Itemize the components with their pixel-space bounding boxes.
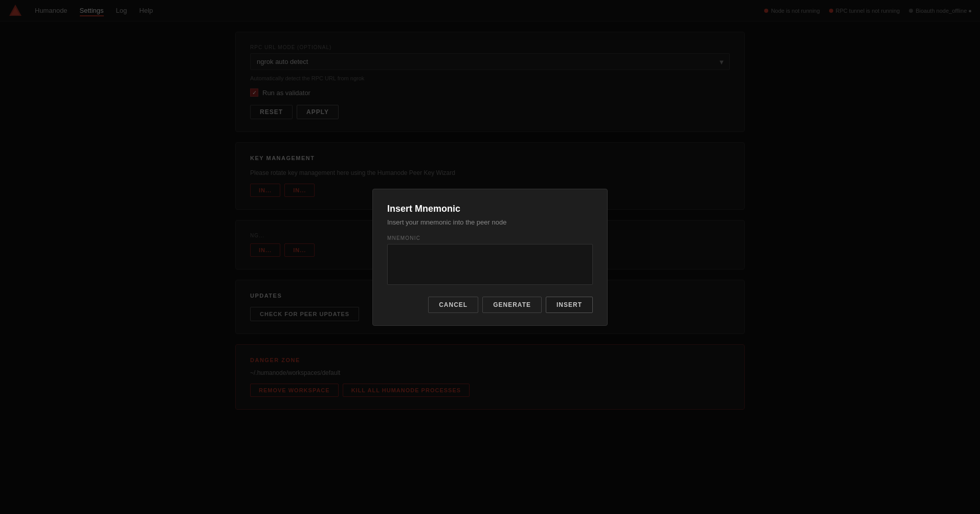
modal-insert-button[interactable]: INSERT [546,297,593,313]
modal-generate-button[interactable]: GENERATE [482,297,542,313]
modal-overlay: Insert Mnemonic Insert your mnemonic int… [0,0,980,514]
modal-title: Insert Mnemonic [387,204,593,214]
modal-actions: CANCEL GENERATE INSERT [387,297,593,313]
mnemonic-input[interactable] [387,244,593,285]
modal-subtitle: Insert your mnemonic into the peer node [387,218,593,226]
mnemonic-label: MNEMONIC [387,235,593,241]
modal-cancel-button[interactable]: CANCEL [428,297,478,313]
insert-mnemonic-modal: Insert Mnemonic Insert your mnemonic int… [372,189,608,326]
